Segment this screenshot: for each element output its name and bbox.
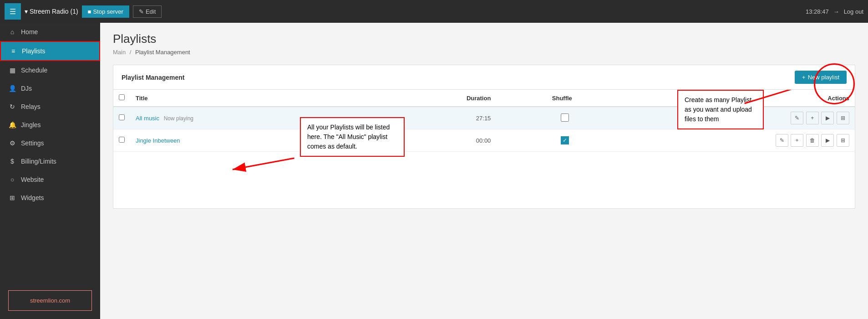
sidebar-item-billing-label: Billing/Limits bbox=[21, 158, 56, 165]
row2-edit-btn[interactable]: ✎ bbox=[776, 134, 788, 147]
new-playlist-wrapper: + New playlist bbox=[795, 71, 847, 84]
row1-checkbox[interactable] bbox=[119, 114, 125, 120]
dropdown-arrow: ▾ bbox=[25, 8, 28, 15]
th-duration: Duration bbox=[332, 90, 527, 107]
new-playlist-label: New playlist bbox=[808, 74, 839, 81]
row2-actions-cell: ✎ + 🗑 ▶ ⊞ bbox=[602, 129, 855, 152]
edit-icon: ✎ bbox=[139, 8, 144, 15]
schedule-icon: ▦ bbox=[8, 67, 16, 74]
sidebar: ⌂ Home ≡ Playlists ▦ Schedule 👤 DJs ↻ Re… bbox=[0, 23, 100, 319]
sidebar-item-home[interactable]: ⌂ Home bbox=[0, 23, 100, 41]
sidebar-item-schedule-label: Schedule bbox=[21, 67, 47, 74]
panel-body: Title Duration Shuffle Actions bbox=[113, 90, 855, 208]
panel-header: Playlist Management + New playlist bbox=[113, 65, 855, 90]
sidebar-item-schedule[interactable]: ▦ Schedule bbox=[0, 61, 100, 79]
new-playlist-button[interactable]: + New playlist bbox=[795, 71, 847, 84]
billing-icon: $ bbox=[8, 158, 16, 165]
th-shuffle: Shuffle bbox=[527, 90, 602, 107]
row2-shuffle-checked: ✓ bbox=[561, 136, 569, 144]
sidebar-item-playlists-label: Playlists bbox=[22, 47, 45, 55]
sidebar-item-settings-label: Settings bbox=[21, 139, 44, 147]
hamburger-icon: ☰ bbox=[10, 7, 16, 16]
sidebar-item-website[interactable]: ○ Website bbox=[0, 170, 100, 189]
row1-playlist-link[interactable]: All music bbox=[136, 115, 159, 122]
station-selector[interactable]: ▾ Streem Radio (1) bbox=[25, 8, 78, 15]
row1-shuffle-cell bbox=[527, 107, 602, 129]
row2-shuffle-cell: ✓ bbox=[527, 129, 602, 152]
breadcrumb-current: Playlist Management bbox=[135, 49, 190, 56]
sidebar-item-djs-label: DJs bbox=[21, 85, 32, 92]
playlists-icon: ≡ bbox=[9, 47, 17, 55]
stop-icon: ■ bbox=[88, 8, 91, 15]
hamburger-button[interactable]: ☰ bbox=[5, 3, 21, 20]
settings-icon: ⚙ bbox=[8, 139, 16, 147]
breadcrumb-main[interactable]: Main bbox=[113, 49, 126, 56]
main-layout: ⌂ Home ≡ Playlists ▦ Schedule 👤 DJs ↻ Re… bbox=[0, 23, 868, 319]
row1-now-playing: Now playing bbox=[164, 115, 193, 122]
plus-icon: + bbox=[802, 74, 806, 81]
select-all-checkbox[interactable] bbox=[119, 94, 125, 100]
sidebar-item-playlists[interactable]: ≡ Playlists bbox=[0, 41, 100, 61]
sidebar-item-jingles-label: Jingles bbox=[21, 121, 41, 129]
sidebar-item-relays[interactable]: ↻ Relays bbox=[0, 98, 100, 116]
row1-export-btn[interactable]: ⊞ bbox=[837, 112, 849, 124]
sidebar-item-billing[interactable]: $ Billing/Limits bbox=[0, 152, 100, 170]
row1-select-cell bbox=[113, 107, 130, 129]
row2-export-btn[interactable]: ⊞ bbox=[837, 134, 849, 147]
row2-add-btn[interactable]: + bbox=[791, 134, 803, 147]
top-nav-left: ☰ ▾ Streem Radio (1) ■ Stop server ✎ Edi… bbox=[5, 3, 806, 20]
panel-title: Playlist Management bbox=[122, 74, 185, 81]
relays-icon: ↻ bbox=[8, 103, 16, 110]
row2-delete-btn[interactable]: 🗑 bbox=[806, 134, 819, 147]
edit-label: Edit bbox=[146, 8, 156, 15]
jingles-icon: 🔔 bbox=[8, 121, 16, 129]
top-nav-right: 13:28:47 → Log out bbox=[806, 8, 863, 15]
row1-edit-btn[interactable]: ✎ bbox=[791, 112, 803, 124]
sidebar-item-djs[interactable]: 👤 DJs bbox=[0, 79, 100, 98]
row2-play-btn[interactable]: ▶ bbox=[821, 134, 834, 147]
sidebar-watermark: streemlion.com bbox=[8, 290, 92, 311]
row2-checkbox[interactable] bbox=[119, 137, 125, 143]
breadcrumb: Main / Playlist Management bbox=[113, 49, 855, 56]
sidebar-item-widgets[interactable]: ⊞ Widgets bbox=[0, 189, 100, 207]
station-name-label: Streem Radio (1) bbox=[30, 8, 78, 15]
th-title: Title bbox=[130, 90, 332, 107]
content-area: Playlists Main / Playlist Management Pla… bbox=[100, 23, 868, 319]
row2-select-cell bbox=[113, 129, 130, 152]
svg-line-2 bbox=[233, 158, 294, 170]
page-title: Playlists bbox=[113, 32, 855, 46]
content-inner: Playlists Main / Playlist Management Pla… bbox=[100, 23, 868, 218]
djs-icon: 👤 bbox=[8, 85, 16, 92]
website-icon: ○ bbox=[8, 176, 16, 183]
logout-link[interactable]: Log out bbox=[844, 8, 863, 15]
sidebar-item-home-label: Home bbox=[21, 28, 38, 36]
top-navbar: ☰ ▾ Streem Radio (1) ■ Stop server ✎ Edi… bbox=[0, 0, 868, 23]
home-icon: ⌂ bbox=[8, 28, 16, 36]
logout-icon: → bbox=[833, 8, 839, 15]
sidebar-item-settings[interactable]: ⚙ Settings bbox=[0, 134, 100, 152]
th-select bbox=[113, 90, 130, 107]
sidebar-item-website-label: Website bbox=[21, 176, 44, 183]
row1-shuffle-checkbox[interactable] bbox=[561, 113, 569, 122]
widgets-icon: ⊞ bbox=[8, 194, 16, 201]
sidebar-item-relays-label: Relays bbox=[21, 103, 41, 110]
sidebar-item-jingles[interactable]: 🔔 Jingles bbox=[0, 116, 100, 134]
stop-label: Stop server bbox=[93, 8, 123, 15]
edit-button[interactable]: ✎ Edit bbox=[133, 5, 162, 18]
annotation-box-right: Create as many Playlist as you want and … bbox=[677, 90, 764, 129]
playlist-management-panel: Playlist Management + New playlist bbox=[113, 65, 855, 209]
breadcrumb-separator: / bbox=[130, 49, 132, 56]
stop-server-button[interactable]: ■ Stop server bbox=[82, 5, 129, 18]
row2-playlist-link[interactable]: Jingle Inbetween bbox=[136, 137, 180, 144]
sidebar-item-widgets-label: Widgets bbox=[21, 194, 44, 201]
clock-time: 13:28:47 bbox=[806, 8, 829, 15]
row1-add-btn[interactable]: + bbox=[806, 112, 819, 124]
table-row: Jingle Inbetween 00:00 ✓ ✎ + 🗑 bbox=[113, 129, 855, 152]
row1-play-btn[interactable]: ▶ bbox=[821, 112, 834, 124]
annotation-box-left: All your Playlists will be listed here. … bbox=[300, 117, 405, 157]
